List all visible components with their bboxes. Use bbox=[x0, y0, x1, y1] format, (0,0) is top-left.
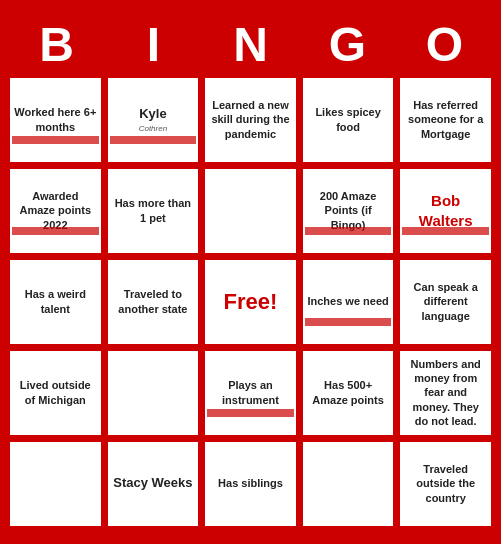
cell-main-text: Has referred someone for a Mortgage bbox=[404, 98, 487, 141]
cell-main-text: Likes spicey food bbox=[307, 105, 390, 134]
strikethrough-bar bbox=[305, 318, 392, 326]
cell-main-text: Has siblings bbox=[218, 476, 283, 490]
bingo-cell-r4c2[interactable]: Has siblings bbox=[203, 440, 298, 528]
cell-main-text: Plays an instrument bbox=[209, 378, 292, 407]
cell-main-text: Has 500+ Amaze points bbox=[307, 378, 390, 407]
bingo-letter-o: O bbox=[400, 17, 490, 72]
bingo-grid: Worked here 6+ monthsKyleCothrenLearned … bbox=[8, 76, 493, 528]
cell-main-text: Can speak a different language bbox=[404, 280, 487, 323]
bingo-cell-r0c0[interactable]: Worked here 6+ months bbox=[8, 76, 103, 164]
free-space-label: Free! bbox=[224, 289, 278, 315]
strikethrough-bar bbox=[12, 136, 99, 144]
cell-main-text: Awarded Amaze points 2022 bbox=[14, 189, 97, 232]
bingo-letter-b: B bbox=[12, 17, 102, 72]
strikethrough-bar bbox=[110, 136, 197, 144]
bingo-cell-r2c4[interactable]: Can speak a different language bbox=[398, 258, 493, 346]
bingo-cell-r3c4[interactable]: Numbers and money from fear and money. T… bbox=[398, 349, 493, 437]
bingo-cell-r1c1[interactable]: Has more than 1 pet bbox=[106, 167, 201, 255]
strikethrough-bar bbox=[305, 227, 392, 235]
bingo-cell-r1c3[interactable]: 200 Amaze Points (if Bingo) bbox=[301, 167, 396, 255]
bingo-cell-r4c0[interactable] bbox=[8, 440, 103, 528]
bingo-cell-r0c2[interactable]: Learned a new skill during the pandemic bbox=[203, 76, 298, 164]
bingo-cell-r4c1[interactable]: Stacy Weeks bbox=[106, 440, 201, 528]
bingo-cell-r3c2[interactable]: Plays an instrument bbox=[203, 349, 298, 437]
bingo-cell-r0c3[interactable]: Likes spicey food bbox=[301, 76, 396, 164]
cell-main-text: Has a weird talent bbox=[14, 287, 97, 316]
bingo-letter-i: I bbox=[109, 17, 199, 72]
cell-main-text: Bob Walters bbox=[404, 191, 487, 230]
bingo-cell-r1c0[interactable]: Awarded Amaze points 2022 bbox=[8, 167, 103, 255]
bingo-cell-r3c3[interactable]: Has 500+ Amaze points bbox=[301, 349, 396, 437]
cell-main-text: Has more than 1 pet bbox=[112, 196, 195, 225]
bingo-cell-r3c0[interactable]: Lived outside of Michigan bbox=[8, 349, 103, 437]
cell-sub-text: Cothren bbox=[139, 124, 167, 133]
cell-main-text: Learned a new skill during the pandemic bbox=[209, 98, 292, 141]
bingo-letter-n: N bbox=[206, 17, 296, 72]
bingo-cell-r1c2[interactable] bbox=[203, 167, 298, 255]
strikethrough-bar bbox=[207, 409, 294, 417]
cell-main-text: Traveled outside the country bbox=[404, 462, 487, 505]
bingo-cell-r0c4[interactable]: Has referred someone for a Mortgage bbox=[398, 76, 493, 164]
bingo-cell-r0c1[interactable]: KyleCothren bbox=[106, 76, 201, 164]
cell-main-text: Worked here 6+ months bbox=[14, 105, 97, 134]
bingo-letter-g: G bbox=[303, 17, 393, 72]
cell-main-text: 200 Amaze Points (if Bingo) bbox=[307, 189, 390, 232]
bingo-header: BINGO bbox=[8, 17, 493, 72]
bingo-cell-r2c0[interactable]: Has a weird talent bbox=[8, 258, 103, 346]
bingo-cell-r2c3[interactable]: Inches we need bbox=[301, 258, 396, 346]
cell-main-text: Kyle bbox=[139, 106, 166, 123]
bingo-cell-r2c2[interactable]: Free! bbox=[203, 258, 298, 346]
bingo-cell-r3c1[interactable] bbox=[106, 349, 201, 437]
cell-main-text: Inches we need bbox=[307, 294, 388, 308]
strikethrough-bar bbox=[402, 227, 489, 235]
bingo-cell-r4c4[interactable]: Traveled outside the country bbox=[398, 440, 493, 528]
cell-main-text: Numbers and money from fear and money. T… bbox=[404, 357, 487, 428]
cell-main-text: Traveled to another state bbox=[112, 287, 195, 316]
bingo-cell-r4c3[interactable] bbox=[301, 440, 396, 528]
strikethrough-bar bbox=[12, 227, 99, 235]
bingo-card: BINGO Worked here 6+ monthsKyleCothrenLe… bbox=[0, 9, 501, 536]
bingo-cell-r1c4[interactable]: Bob Walters bbox=[398, 167, 493, 255]
bingo-cell-r2c1[interactable]: Traveled to another state bbox=[106, 258, 201, 346]
cell-main-text: Stacy Weeks bbox=[113, 475, 192, 492]
cell-main-text: Lived outside of Michigan bbox=[14, 378, 97, 407]
